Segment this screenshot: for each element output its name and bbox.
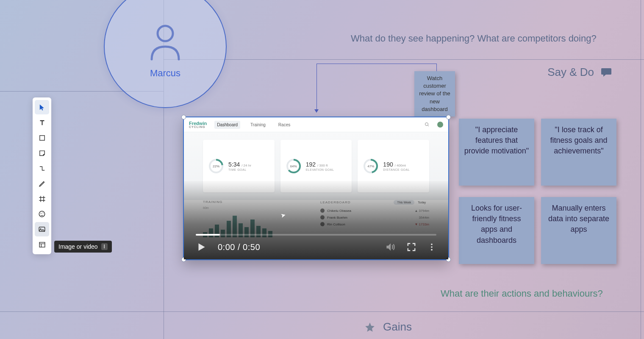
svg-point-7 [425, 123, 428, 126]
sticky-text: "I lose track of fitness goals and achie… [550, 125, 607, 155]
video-controls: 0:00 / 0:50 [184, 228, 448, 259]
arrow-segment [436, 64, 437, 72]
arrow-sticky[interactable]: Watch customer review of the new dashboa… [414, 71, 455, 117]
brand-bottom: CYCLING [189, 126, 207, 128]
behave-prompt: What are their actions and behaviours? [441, 288, 603, 299]
svg-point-14 [431, 244, 433, 245]
say-do-header: Say & Do [547, 66, 612, 79]
tool-image-video[interactable] [35, 222, 49, 236]
card-unit: / 24 hr [242, 164, 251, 167]
sticky-text: Looks for user-friendly fitness apps and… [471, 204, 522, 245]
svg-point-16 [431, 249, 433, 251]
ring-pct: 22% [208, 158, 224, 174]
card-unit: / 400mi [395, 164, 406, 167]
tooltip-label: Image or video [58, 243, 98, 250]
card-label: ELEVATION GOAL [306, 168, 334, 171]
more-icon[interactable] [427, 242, 436, 252]
tool-sticky[interactable] [35, 146, 49, 160]
tool-connector[interactable] [35, 161, 49, 175]
card-unit: / 300 ft [317, 164, 328, 167]
sticky-text: "I appreciate features that provide moti… [464, 125, 529, 155]
tab-races[interactable]: Races [276, 121, 293, 129]
speech-icon [600, 67, 612, 78]
avatar[interactable] [437, 122, 443, 128]
play-icon[interactable] [196, 242, 207, 253]
video-progress[interactable] [196, 234, 436, 236]
toolbar [33, 97, 51, 254]
sticky-quote-1[interactable]: "I appreciate features that provide moti… [459, 119, 534, 186]
tool-pen[interactable] [35, 176, 49, 191]
card-label: TIME GOAL [228, 168, 251, 171]
svg-point-15 [431, 246, 433, 248]
gains-label: Gains [383, 320, 412, 333]
tooltip-key: I [101, 243, 108, 250]
resize-handle[interactable] [181, 115, 186, 119]
sticky-quote-2[interactable]: "I lose track of fitness goals and achie… [541, 119, 616, 186]
tool-table[interactable] [35, 237, 49, 252]
video-time: 0:00 / 0:50 [218, 242, 260, 252]
volume-icon[interactable] [385, 242, 396, 253]
card-label: DISTANCE GOAL [383, 168, 410, 171]
dashboard-header: Fredwin CYCLING Dashboard Training Races [184, 117, 448, 132]
svg-rect-1 [39, 135, 44, 140]
svg-rect-6 [39, 242, 45, 247]
search-icon[interactable] [425, 122, 430, 127]
gains-header: Gains [364, 320, 412, 333]
ring-pct: 64% [286, 158, 302, 174]
svg-point-3 [41, 213, 42, 214]
say-do-label: Say & Do [547, 66, 594, 79]
see-prompt: What do they see happening? What are com… [351, 33, 597, 44]
svg-point-0 [158, 26, 173, 41]
tool-emoji[interactable] [35, 207, 49, 221]
embedded-video[interactable]: Fredwin CYCLING Dashboard Training Races… [183, 117, 449, 260]
person-icon [147, 23, 183, 61]
brand-logo: Fredwin CYCLING [189, 121, 207, 128]
persona-name: Marcus [150, 68, 180, 79]
tab-training[interactable]: Training [248, 121, 268, 129]
tool-frame[interactable] [35, 192, 49, 206]
arrow-segment [316, 64, 317, 110]
sticky-text: Manually enters data into separate apps [548, 204, 609, 233]
card-value: 190 [383, 161, 393, 168]
tool-tooltip: Image or video I [54, 241, 112, 253]
arrow-segment [316, 64, 436, 64]
tool-text[interactable] [35, 115, 49, 130]
card-value: 192 [306, 161, 316, 168]
svg-point-2 [39, 211, 45, 217]
tool-select[interactable] [35, 100, 49, 114]
tab-dashboard[interactable]: Dashboard [214, 121, 240, 129]
sticky-behavior-2[interactable]: Manually enters data into separate apps [541, 197, 616, 264]
ring-pct: 47% [363, 158, 379, 174]
arrow-head-icon [314, 109, 319, 113]
card-value: 5:34 [228, 161, 240, 168]
star-icon [364, 322, 375, 333]
sticky-behavior-1[interactable]: Looks for user-friendly fitness apps and… [459, 197, 534, 264]
fullscreen-icon[interactable] [407, 242, 416, 252]
arrow-sticky-text: Watch customer review of the new dashboa… [419, 75, 450, 112]
resize-handle[interactable] [446, 115, 451, 119]
tool-shape[interactable] [35, 131, 49, 145]
